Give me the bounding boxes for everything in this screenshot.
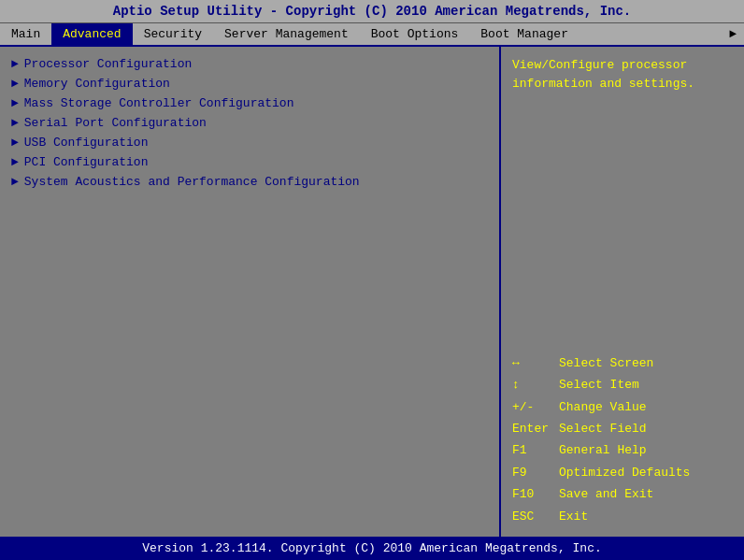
key-name: F10 [512, 483, 559, 505]
key-desc: Save and Exit [559, 483, 653, 505]
key-name: ↕ [512, 374, 559, 395]
nav-tab-main[interactable]: Main [0, 23, 51, 45]
key-row: ↕Select Item [512, 374, 733, 395]
key-desc: Optimized Defaults [559, 462, 690, 483]
key-help: ↔Select Screen↕Select Item+/-Change Valu… [512, 352, 733, 527]
key-row: F9Optimized Defaults [512, 462, 733, 483]
key-desc: Change Value [559, 396, 647, 418]
nav-bar: MainAdvancedSecurityServer ManagementBoo… [0, 23, 744, 47]
menu-item[interactable]: ►USB Configuration [4, 133, 495, 152]
nav-tab-boot-manager[interactable]: Boot Manager [469, 23, 579, 45]
menu-item[interactable]: ►PCI Configuration [4, 152, 495, 172]
nav-tab-security[interactable]: Security [133, 23, 213, 45]
nav-tab-server-management[interactable]: Server Management [213, 23, 360, 45]
menu-item-label: Serial Port Configuration [24, 116, 207, 130]
key-name: ESC [512, 506, 559, 527]
nav-arrow: ► [722, 23, 744, 45]
key-name: F1 [512, 439, 559, 461]
menu-item[interactable]: ►Mass Storage Controller Configuration [4, 93, 495, 113]
key-row: +/-Change Value [512, 396, 733, 418]
key-desc: Select Item [559, 374, 639, 395]
main-content: ►Processor Configuration►Memory Configur… [0, 47, 744, 537]
key-name: F9 [512, 462, 559, 483]
menu-item-arrow-icon: ► [11, 155, 19, 169]
menu-item[interactable]: ►Serial Port Configuration [4, 113, 495, 133]
menu-item-arrow-icon: ► [11, 116, 19, 130]
key-desc: Select Field [559, 418, 647, 439]
menu-item-label: USB Configuration [24, 136, 149, 150]
menu-item[interactable]: ►Memory Configuration [4, 74, 495, 93]
nav-tab-advanced[interactable]: Advanced [51, 23, 132, 45]
menu-item-arrow-icon: ► [11, 57, 19, 71]
menu-item-arrow-icon: ► [11, 96, 19, 110]
menu-item-arrow-icon: ► [11, 175, 19, 189]
key-name: +/- [512, 396, 559, 418]
key-row: F10Save and Exit [512, 483, 733, 505]
key-row: EnterSelect Field [512, 418, 733, 439]
menu-item[interactable]: ►Processor Configuration [4, 54, 495, 74]
menu-item-label: Processor Configuration [24, 57, 192, 71]
footer: Version 1.23.1114. Copyright (C) 2010 Am… [0, 537, 744, 560]
menu-item-arrow-icon: ► [11, 136, 19, 150]
footer-text: Version 1.23.1114. Copyright (C) 2010 Am… [142, 541, 601, 555]
menu-item[interactable]: ►System Acoustics and Performance Config… [4, 172, 495, 192]
right-panel: View/Configure processor information and… [501, 47, 744, 537]
nav-tab-boot-options[interactable]: Boot Options [360, 23, 470, 45]
title-bar: Aptio Setup Utility - Copyright (C) 2010… [0, 0, 744, 23]
key-desc: Exit [559, 506, 588, 527]
left-panel: ►Processor Configuration►Memory Configur… [0, 47, 501, 537]
menu-item-label: Memory Configuration [24, 77, 170, 91]
title-text: Aptio Setup Utility - Copyright (C) 2010… [113, 4, 632, 19]
key-name: ↔ [512, 352, 559, 374]
key-desc: Select Screen [559, 352, 653, 374]
menu-item-arrow-icon: ► [11, 77, 19, 91]
menu-item-label: Mass Storage Controller Configuration [24, 96, 294, 110]
key-row: ↔Select Screen [512, 352, 733, 374]
key-row: ESCExit [512, 506, 733, 527]
menu-item-label: System Acoustics and Performance Configu… [24, 175, 360, 189]
menu-item-label: PCI Configuration [24, 155, 149, 169]
bios-setup-utility: Aptio Setup Utility - Copyright (C) 2010… [0, 0, 744, 560]
key-name: Enter [512, 418, 559, 439]
help-text: View/Configure processor information and… [512, 56, 733, 352]
key-row: F1General Help [512, 439, 733, 461]
key-desc: General Help [559, 439, 647, 461]
